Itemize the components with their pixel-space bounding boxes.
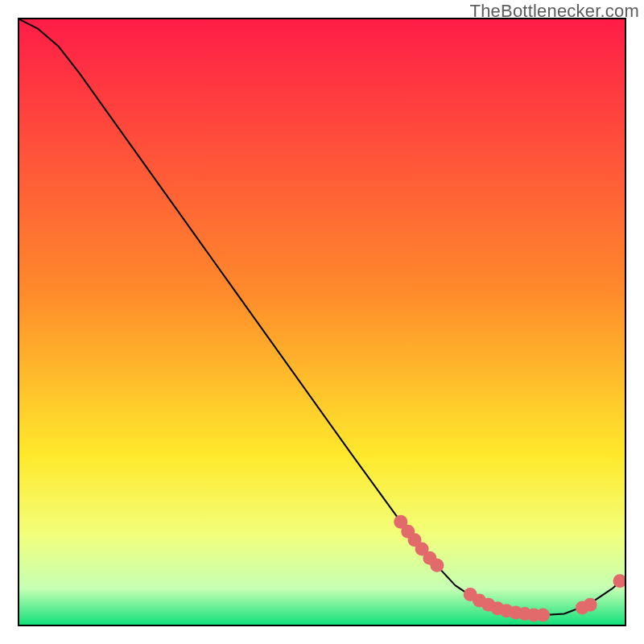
plot-inner (19, 19, 625, 625)
plot-frame (18, 18, 626, 626)
data-point (536, 608, 550, 621)
data-point (584, 598, 597, 612)
chart-svg (19, 19, 625, 625)
chart-stage: TheBottlenecker.com (0, 0, 644, 644)
gradient-bg (19, 19, 625, 625)
data-point (430, 559, 444, 572)
